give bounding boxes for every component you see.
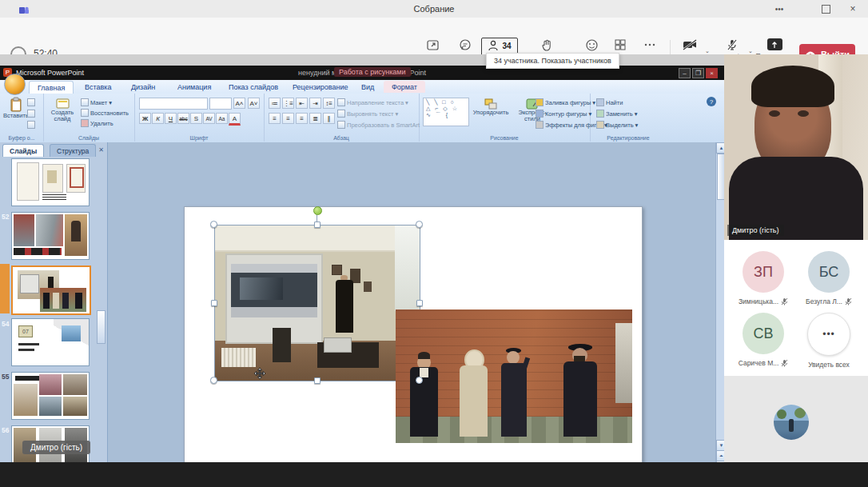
ribbon-tab-animation[interactable]: Анимация <box>169 81 219 93</box>
participant-avatar[interactable]: СВ <box>743 313 784 354</box>
office-button[interactable] <box>4 74 26 95</box>
slide-thumbnail-53[interactable] <box>11 212 90 260</box>
selection-handle[interactable] <box>314 377 321 384</box>
maximize-button[interactable] <box>822 5 830 14</box>
align-text-button[interactable]: Выровнять текст ▾ <box>337 110 420 118</box>
underline-button[interactable]: Ч <box>165 113 177 124</box>
select-button[interactable]: Выделить ▾ <box>596 121 638 129</box>
panel-close-icon[interactable]: ✕ <box>98 146 104 154</box>
paste-button[interactable]: Вставить <box>3 97 29 119</box>
participant-avatar[interactable]: ЗП <box>743 251 784 293</box>
participant-avatar[interactable]: БС <box>808 251 850 293</box>
window-more-icon[interactable]: ••• <box>774 3 785 14</box>
clipboard-small-buttons[interactable] <box>27 98 35 129</box>
ribbon-tab-review[interactable]: Рецензирование <box>285 81 356 93</box>
replace-button[interactable]: Заменить ▾ <box>596 110 638 118</box>
slide-thumbnail-55[interactable]: 07 <box>11 318 90 366</box>
tab-outline[interactable]: Структура <box>50 144 96 157</box>
participant-video[interactable]: Дмитро (гість) <box>724 54 868 240</box>
more-icon <box>643 38 656 51</box>
scrollbar-thumb[interactable] <box>717 154 724 200</box>
ribbon-tab-home[interactable]: Главная <box>29 81 74 94</box>
mic-off-icon <box>781 359 788 367</box>
screen: Собрание ••• × 52:40 Контент Чат 34 Учас… <box>0 0 868 487</box>
ribbon-tab-slideshow[interactable]: Показ слайдов <box>221 81 286 93</box>
group-font: A˄ A˅ Ж К Ч abc S AV Aa A Шрифт <box>134 94 265 142</box>
mic-off-icon <box>726 38 739 51</box>
font-name-combobox[interactable] <box>139 98 208 110</box>
participant-card[interactable]: ЗП Зимницька... <box>732 251 794 305</box>
slide-scrollbar[interactable]: ▲ ▼ ⏶ ⏷ <box>715 142 724 462</box>
ribbon-tab-design[interactable]: Дизайн <box>123 81 163 93</box>
ribbon-tab-insert[interactable]: Вставка <box>77 81 119 93</box>
tab-slides[interactable]: Слайды <box>2 144 44 157</box>
see-all-button[interactable]: ••• Увидеть всех <box>798 313 860 369</box>
ppt-restore-button[interactable]: ❐ <box>692 68 704 78</box>
slide-image-room[interactable] <box>214 225 420 381</box>
selection-handle[interactable] <box>210 377 217 384</box>
slide-thumbnail-52[interactable] <box>11 158 90 206</box>
ppt-close-button[interactable]: × <box>706 68 718 78</box>
slide-thumbnail-54-selected[interactable] <box>11 265 91 315</box>
bold-button[interactable]: Ж <box>139 113 151 124</box>
selection-handle[interactable] <box>210 221 217 228</box>
text-shadow-button[interactable]: S <box>190 113 202 124</box>
selection-handle[interactable] <box>416 377 423 384</box>
reset-button[interactable]: Восстановить <box>81 109 129 117</box>
ppt-workspace: Слайды Структура ✕ 52 53 <box>0 142 724 462</box>
mic-chevron-icon[interactable]: ⌄ <box>748 48 753 54</box>
list-buttons[interactable]: ≔⋮≡⇤⇥↕≡ <box>269 98 336 109</box>
new-slide-button[interactable]: Создать слайд <box>47 98 78 122</box>
ppt-minimize-button[interactable]: – <box>679 68 691 78</box>
char-spacing-button[interactable]: AV <box>203 113 215 124</box>
selection-handle[interactable] <box>416 221 423 228</box>
slide-image-people[interactable] <box>396 309 632 443</box>
video-name-label: Дмитро (гість) <box>727 225 784 236</box>
participant-card[interactable]: БС Безугла Л... <box>798 251 860 305</box>
slides-small-buttons: Макет ▾ Восстановить Удалить <box>81 98 129 127</box>
font-size-combobox[interactable] <box>209 98 232 110</box>
selection-handle[interactable] <box>314 222 321 228</box>
font-color-button[interactable]: A <box>229 113 241 126</box>
person-figure <box>336 280 353 333</box>
change-case-button[interactable]: Aa <box>216 113 228 124</box>
participant-card[interactable]: СВ Саричев М... <box>732 313 794 367</box>
layout-button[interactable]: Макет ▾ <box>81 98 129 106</box>
teams-titlebar: Собрание ••• × <box>0 0 868 18</box>
text-direction-button[interactable]: Направление текста ▾ <box>337 98 420 106</box>
selection-handle[interactable] <box>416 300 423 306</box>
numbering-icon: ⋮≡ <box>282 98 294 109</box>
shrink-font-button[interactable]: A˅ <box>248 98 260 109</box>
align-left-icon: ≡ <box>269 113 281 124</box>
see-all-icon[interactable]: ••• <box>807 313 850 356</box>
teams-logo-icon <box>19 4 29 14</box>
ribbon-tab-view[interactable]: Вид <box>353 81 382 93</box>
content-icon <box>426 38 440 52</box>
panel-scrollbar-thumb[interactable] <box>97 310 106 344</box>
shapes-gallery[interactable]: ╲ ╲ □ ○ △ ⌐ ◇ ☆ ∿ ⌒ { <box>423 98 469 126</box>
grow-font-button[interactable]: A˄ <box>233 98 245 109</box>
indent-inc-icon: ⇥ <box>309 98 321 109</box>
align-buttons[interactable]: ≡≡≡≣∥ <box>269 113 336 124</box>
slide-thumbnail-56[interactable] <box>11 372 90 420</box>
ribbon-tab-bar: Главная Вставка Дизайн Анимация Показ сл… <box>0 80 724 94</box>
selection-handle[interactable] <box>211 300 217 306</box>
find-button[interactable]: Найти <box>596 98 638 106</box>
arrange-button[interactable]: Упорядочить <box>472 98 510 116</box>
slide-canvas[interactable] <box>184 206 643 462</box>
panel-footer <box>724 376 868 462</box>
close-button[interactable]: × <box>847 3 858 14</box>
smartart-button[interactable]: Преобразовать в SmartArt <box>337 121 420 129</box>
camera-chevron-icon[interactable]: ⌄ <box>705 48 710 54</box>
ribbon-tab-format[interactable]: Формат <box>384 81 425 93</box>
help-icon[interactable]: ? <box>707 97 716 106</box>
mic-off-icon <box>845 297 852 305</box>
share-icon <box>767 38 782 50</box>
user-avatar[interactable] <box>774 405 809 440</box>
rotation-handle[interactable] <box>313 206 322 215</box>
align-right-icon: ≡ <box>296 113 308 124</box>
italic-button[interactable]: К <box>152 113 164 124</box>
thumb-number: 56 <box>2 426 10 434</box>
delete-button[interactable]: Удалить <box>81 119 129 127</box>
strikethrough-button[interactable]: abc <box>177 113 189 124</box>
